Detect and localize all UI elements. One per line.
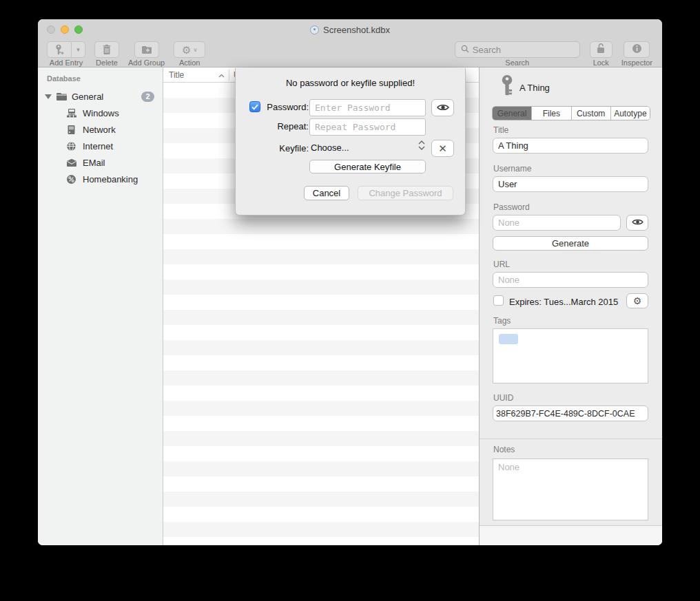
generate-password-button[interactable]: Generate: [493, 236, 648, 251]
lock-label: Lock: [593, 59, 609, 67]
lock-item: Lock: [590, 41, 612, 67]
action-item: ⚙ ∨ Action: [174, 41, 205, 67]
gear-icon: ⚙: [633, 296, 642, 306]
folder-plus-icon: [141, 44, 152, 56]
action-button[interactable]: ⚙ ∨: [174, 41, 205, 58]
server-icon: [65, 124, 77, 136]
column-header-title[interactable]: Title: [163, 70, 218, 80]
document-proxy-icon: [310, 25, 319, 34]
expires-options-button[interactable]: ⚙: [626, 293, 648, 308]
sidebar-item-general[interactable]: General 2: [38, 88, 163, 105]
tags-box[interactable]: [493, 328, 648, 383]
add-entry-label: Add Entry: [50, 59, 83, 67]
dialog-repeat-label: Repeat:: [256, 121, 309, 131]
add-entry-dropdown[interactable]: ▼: [72, 41, 85, 58]
username-field[interactable]: [493, 176, 648, 192]
sidebar: Database General 2 Windows: [38, 67, 163, 545]
tab-files[interactable]: Files: [532, 107, 571, 120]
trash-icon: [101, 44, 113, 56]
sidebar-item-label: Internet: [83, 141, 113, 151]
password-field-label: Password: [493, 202, 530, 212]
chevron-down-icon: ▼: [76, 47, 81, 53]
globe-icon: [65, 140, 77, 152]
column-separator[interactable]: [229, 70, 229, 81]
cancel-button[interactable]: Cancel: [304, 186, 349, 200]
action-label: Action: [179, 59, 200, 67]
key-plus-icon: [54, 44, 65, 56]
keyfile-popup[interactable]: Choose...: [311, 143, 349, 153]
inspector-tabs: General Files Custom Autotype: [492, 106, 650, 120]
password-field[interactable]: [493, 215, 621, 231]
generate-keyfile-button[interactable]: Generate Keyfile: [309, 160, 426, 173]
eye-icon: [437, 102, 449, 114]
sidebar-item-label: Network: [83, 125, 116, 135]
sidebar-item-label: General: [72, 92, 103, 102]
tab-autotype[interactable]: Autotype: [611, 107, 650, 120]
unlock-icon: [596, 43, 606, 56]
eye-icon: [632, 218, 644, 228]
screen: Screenshot.kdbx ▼ Add Entry: [0, 0, 700, 601]
stepper-icon[interactable]: [418, 140, 425, 150]
dialog-keyfile-label: Keyfile:: [256, 143, 309, 154]
notes-field-label: Notes: [493, 445, 515, 454]
uuid-field[interactable]: [493, 405, 648, 421]
delete-item: Delete: [94, 41, 119, 67]
tag-pill[interactable]: [499, 334, 518, 344]
inspector-panel: A Thing General Files Custom Autotype Ti…: [479, 67, 662, 545]
add-group-label: Add Group: [128, 59, 165, 67]
expires-checkbox[interactable]: [493, 295, 504, 306]
dialog-show-password-button[interactable]: [431, 99, 454, 116]
show-password-button[interactable]: [626, 215, 648, 231]
delete-button[interactable]: [94, 41, 119, 58]
inspector-item: Inspector: [621, 41, 652, 67]
title-field[interactable]: [493, 138, 648, 154]
url-field[interactable]: [493, 272, 648, 288]
tab-custom[interactable]: Custom: [572, 107, 611, 120]
inspector-divider: [480, 439, 662, 439]
percent-icon: [65, 173, 77, 185]
inspector-button[interactable]: [624, 41, 650, 58]
sidebar-item-homebanking[interactable]: Homebanking: [38, 171, 163, 187]
windows-icon: [65, 107, 77, 119]
delete-label: Delete: [96, 59, 118, 67]
expires-label: Expires: Tues...March 2015: [509, 297, 618, 307]
entry-title-heading: A Thing: [519, 83, 550, 93]
dialog-password-input[interactable]: [309, 99, 426, 116]
add-entry-button[interactable]: [47, 41, 72, 58]
info-icon: [632, 43, 642, 56]
dialog-repeat-input[interactable]: [309, 118, 426, 136]
url-field-label: URL: [493, 260, 510, 269]
app-window: Screenshot.kdbx ▼ Add Entry: [38, 19, 662, 545]
disclosure-triangle-icon[interactable]: [45, 94, 52, 99]
change-password-sheet: No password or keyfile supplied! Passwor…: [235, 68, 466, 215]
notes-field[interactable]: [493, 458, 648, 520]
lock-button[interactable]: [590, 41, 612, 58]
clear-keyfile-button[interactable]: ✕: [431, 140, 454, 157]
envelope-icon: [65, 157, 77, 169]
sheet-message: No password or keyfile supplied!: [236, 78, 465, 88]
add-entry-item: ▼ Add Entry: [47, 41, 85, 67]
sidebar-item-label: Homebanking: [83, 174, 138, 184]
uuid-field-label: UUID: [493, 393, 513, 403]
sidebar-item-network[interactable]: Network: [38, 121, 163, 138]
add-group-button[interactable]: [134, 41, 159, 58]
sidebar-section-header: Database: [38, 74, 163, 83]
search-icon: [461, 43, 469, 56]
titlebar: Screenshot.kdbx: [38, 19, 662, 40]
inspector-label: Inspector: [621, 59, 652, 67]
key-icon: [500, 74, 515, 101]
sidebar-item-label: Windows: [83, 108, 119, 118]
inspector-footer: [480, 525, 662, 545]
sort-ascending-icon: [218, 70, 225, 80]
sidebar-item-internet[interactable]: Internet: [38, 138, 163, 154]
search-input[interactable]: [473, 45, 574, 55]
tags-field-label: Tags: [493, 316, 511, 326]
generate-button-label: Generate: [552, 238, 589, 249]
chevron-down-icon: ∨: [194, 47, 198, 53]
window-title: Screenshot.kdbx: [323, 25, 390, 35]
search-field[interactable]: [455, 41, 580, 58]
sidebar-item-email[interactable]: EMail: [38, 154, 163, 171]
tab-general[interactable]: General: [493, 107, 532, 120]
sidebar-item-windows[interactable]: Windows: [38, 105, 163, 121]
change-password-button[interactable]: Change Password: [358, 186, 453, 200]
